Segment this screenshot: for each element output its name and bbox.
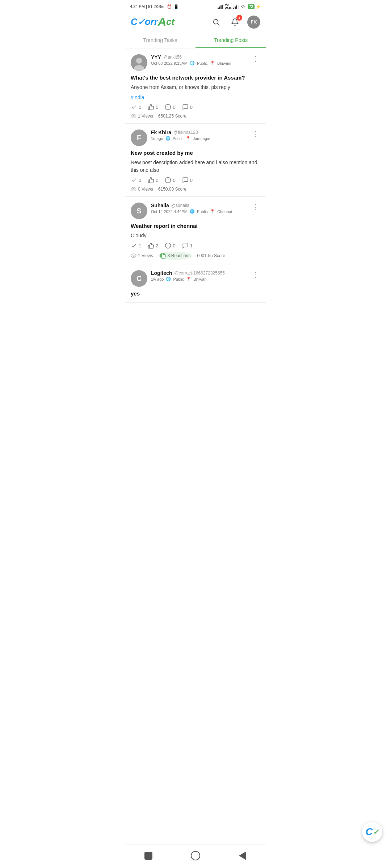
visibility: Public	[197, 61, 208, 65]
like-action[interactable]: 0	[148, 104, 158, 110]
status-right: VoWiFi 72 ⚡	[218, 3, 261, 10]
post-title: New post created by me	[131, 149, 260, 157]
verify-action[interactable]: 0	[131, 177, 141, 183]
notification-badge: 2	[236, 15, 242, 21]
user-handle: @corract-1666272325655	[174, 271, 225, 276]
warning-action[interactable]: 0	[165, 104, 175, 110]
svg-rect-0	[218, 8, 219, 9]
post-user: YYY @ankit56 Oct 08 2022 9:13AM 🌐 Public…	[131, 54, 231, 71]
views-count: 0 Views	[138, 187, 153, 192]
visibility: Public	[173, 136, 184, 141]
svg-point-8	[214, 19, 218, 24]
post-title: yes	[131, 290, 260, 297]
signal2-icon	[233, 4, 239, 9]
timestamp: Oct 08 2022 9:13AM	[151, 61, 188, 65]
warning-count: 0	[173, 243, 175, 248]
post-header: YYY @ankit56 Oct 08 2022 9:13AM 🌐 Public…	[131, 54, 260, 71]
post-title: Weather report in chennai	[131, 222, 260, 230]
status-time-speed: 4:34 PM | 51.2KB/s ⏰ 📱	[130, 4, 179, 9]
post-stats: 1 Views 6501.25 Score	[131, 113, 260, 120]
post-body: Anyone from Assam, or knows this, pls re…	[131, 84, 260, 91]
app-logo: C✓orrAct	[131, 15, 175, 29]
logo-checkmark: ✓	[138, 17, 145, 27]
user-name-row: Fk Khira @fkkhira123	[151, 129, 211, 135]
user-name: Logitech	[151, 270, 172, 276]
comment-action[interactable]: 0	[182, 104, 193, 110]
post-header: F Fk Khira @fkkhira123 1d ago 🌐 Public 📍…	[131, 129, 260, 146]
like-count: 0	[156, 105, 158, 110]
user-name: Suhaila	[151, 203, 169, 208]
tab-trending-posts[interactable]: Trending Posts	[196, 33, 266, 48]
user-handle: @suhaila	[171, 203, 189, 208]
avatar: C	[131, 270, 147, 287]
warning-count: 0	[173, 105, 175, 110]
like-count: 2	[156, 243, 158, 248]
globe-icon: 🌐	[166, 277, 171, 281]
more-options-button[interactable]: ⋮	[250, 129, 260, 138]
tab-trending-tasks[interactable]: Trending Tasks	[125, 33, 196, 48]
avatar: F	[131, 129, 147, 146]
score: 6001.55 Score	[197, 253, 225, 258]
svg-rect-3	[222, 5, 223, 9]
timestamp: 1w ago	[151, 277, 164, 281]
timestamp: Oct 14 2022 4:44PM	[151, 209, 188, 214]
reactions-count: 3 Reactions	[168, 253, 190, 258]
views-stat: 1 Views	[131, 253, 153, 259]
user-meta: 1w ago 🌐 Public 📍 Bhiwani	[151, 277, 225, 281]
wifi-icon	[240, 4, 246, 9]
status-speed: 51.2KB/s	[148, 4, 164, 9]
search-button[interactable]	[210, 16, 223, 29]
location: Bhiwani	[217, 61, 231, 65]
user-handle: @fkkhira123	[173, 130, 198, 135]
comment-action[interactable]: 0	[182, 177, 193, 183]
post-card: YYY @ankit56 Oct 08 2022 9:13AM 🌐 Public…	[125, 48, 266, 124]
verify-count: 0	[139, 105, 141, 110]
comment-count: 1	[190, 243, 193, 248]
signal-icon	[218, 4, 223, 9]
svg-point-11	[136, 58, 142, 64]
verify-action[interactable]: 0	[131, 104, 141, 110]
location-icon: 📍	[186, 136, 191, 141]
user-meta: Oct 14 2022 4:44PM 🌐 Public 📍 Chennai	[151, 209, 232, 214]
more-options-button[interactable]: ⋮	[250, 203, 260, 211]
more-options-button[interactable]: ⋮	[250, 54, 260, 63]
bolt-icon: ⚡	[256, 4, 261, 9]
post-body: Cloudy	[131, 232, 260, 239]
globe-icon: 🌐	[165, 136, 171, 141]
notifications-button[interactable]: 2	[228, 16, 241, 29]
user-meta: Oct 08 2022 9:13AM 🌐 Public 📍 Bhiwani	[151, 61, 231, 65]
like-action[interactable]: 2	[148, 242, 158, 249]
post-user: S Suhaila @suhaila Oct 14 2022 4:44PM 🌐 …	[131, 203, 232, 219]
views-stat: 1 Views	[131, 113, 153, 119]
more-options-button[interactable]: ⋮	[250, 270, 260, 279]
status-bar: 4:34 PM | 51.2KB/s ⏰ 📱 VoWiFi 72 ⚡	[125, 0, 266, 12]
user-name-row: YYY @ankit56	[151, 54, 231, 60]
globe-icon: 🌐	[190, 209, 195, 214]
views-count: 1 Views	[138, 114, 153, 119]
like-action[interactable]: 0	[148, 177, 158, 183]
user-avatar-button[interactable]: FK	[247, 16, 260, 29]
vo-wifi-label: VoWiFi	[225, 3, 232, 10]
globe-icon: 🌐	[190, 61, 195, 65]
warning-action[interactable]: 0	[165, 177, 175, 183]
post-header: C Logitech @corract-1666272325655 1w ago…	[131, 270, 260, 287]
location: Chennai	[217, 209, 232, 214]
post-tag[interactable]: #india	[131, 94, 144, 100]
verify-action[interactable]: 1	[131, 242, 141, 249]
svg-rect-5	[235, 7, 236, 9]
avatar	[131, 54, 147, 71]
verify-count: 1	[139, 243, 141, 248]
user-meta: 1d ago 🌐 Public 📍 Jamnagar	[151, 136, 211, 141]
comment-action[interactable]: 1	[182, 242, 193, 249]
visibility: Public	[173, 277, 184, 281]
views-count: 1 Views	[138, 253, 153, 258]
post-user: C Logitech @corract-1666272325655 1w ago…	[131, 270, 225, 287]
post-card: S Suhaila @suhaila Oct 14 2022 4:44PM 🌐 …	[125, 197, 266, 264]
alarm-icon: ⏰	[167, 4, 172, 9]
svg-rect-1	[219, 7, 220, 9]
location: Jamnagar	[193, 136, 211, 141]
post-user: F Fk Khira @fkkhira123 1d ago 🌐 Public 📍…	[131, 129, 211, 146]
warning-action[interactable]: 0	[165, 242, 175, 249]
tabs-bar: Trending Tasks Trending Posts	[125, 33, 266, 48]
svg-rect-6	[236, 5, 237, 9]
